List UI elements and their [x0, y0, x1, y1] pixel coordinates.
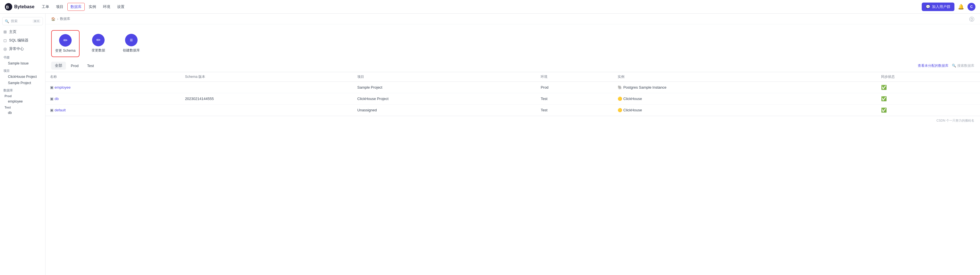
col-instance: 实例: [613, 72, 877, 82]
databases-section: 数据库: [0, 86, 45, 93]
sidebar-item-home[interactable]: ⊞ 主页: [0, 27, 45, 36]
actions-row: ✏ 变更 Schema ✏ 变更数据 ≡ 创建数据库: [46, 24, 980, 59]
filter-tab-all[interactable]: 全部: [51, 62, 66, 70]
logo[interactable]: B Bytebase: [5, 3, 34, 11]
join-icon: 💬: [926, 5, 930, 9]
filter-tab-prod[interactable]: Prod: [67, 62, 82, 69]
nav-item-project[interactable]: 项目: [53, 3, 66, 11]
table-row[interactable]: ▣employeeSample ProjectProd🐘Postgres Sam…: [46, 82, 980, 93]
instance-icon: 🟡: [617, 97, 622, 101]
sidebar-item-anomaly[interactable]: ◎ 异常中心: [0, 45, 45, 53]
cell-project: ClickHouse Project: [353, 93, 536, 105]
nav-item-settings[interactable]: 设置: [114, 3, 127, 11]
action-change-data[interactable]: ✏ 变更数据: [84, 30, 113, 57]
cell-sync-status: ✅: [877, 105, 980, 116]
change-data-icon: ✏: [92, 34, 105, 46]
action-create-db[interactable]: ≡ 创建数据库: [117, 30, 146, 57]
db-row-icon: ▣: [50, 85, 53, 89]
join-label: 加入用户群: [932, 4, 950, 10]
sidebar-item-db[interactable]: db: [0, 110, 45, 116]
sidebar-sql-label: SQL 编辑器: [9, 38, 29, 43]
search-icon: 🔍: [5, 19, 9, 23]
unassigned-link[interactable]: 查看未分配的数据库: [918, 64, 948, 68]
breadcrumb-current: 数据库: [60, 16, 70, 21]
filter-row: 全部 Prod Test 查看未分配的数据库 🔍 搜索数据库: [46, 59, 980, 72]
sidebar-item-sample-issue[interactable]: Sample Issue: [0, 60, 45, 67]
nav-item-database[interactable]: 数据库: [67, 3, 85, 11]
cell-schema-version: [180, 82, 353, 93]
cell-env: Test: [536, 105, 613, 116]
search-database-box[interactable]: 🔍 搜索数据库: [952, 64, 974, 68]
nav-item-workorder[interactable]: 工单: [39, 3, 52, 11]
avatar[interactable]: C: [967, 3, 975, 11]
alter-schema-icon: ✏: [59, 34, 72, 46]
search-db-icon: 🔍: [952, 64, 956, 68]
db-name[interactable]: default: [54, 108, 66, 112]
instance-name: Postgres Sample Instance: [623, 85, 667, 89]
table-row[interactable]: ▣db20230214144555ClickHouse ProjectTest🟡…: [46, 93, 980, 105]
footer: CSDN 个一只努力的搬砖名: [46, 116, 980, 125]
bookmarks-section: 书签: [0, 53, 45, 60]
nav-item-instance[interactable]: 实例: [86, 3, 99, 11]
help-icon[interactable]: ⓪: [969, 16, 974, 23]
sidebar-env-prod: Prod: [0, 93, 45, 98]
cell-schema-version: [180, 105, 353, 116]
sidebar-item-sql-editor[interactable]: ◻ SQL 编辑器: [0, 36, 45, 45]
breadcrumb: 🏠 › 数据库: [46, 14, 980, 24]
main-content: 🏠 › 数据库 ⓪ ✏ 变更 Schema ✏ 变更数据 ≡ 创建数据库 全部 …: [46, 14, 980, 275]
alter-schema-label: 变更 Schema: [55, 48, 75, 53]
footer-text: CSDN 个一只努力的搬砖名: [937, 119, 974, 122]
instance-icon: 🟡: [617, 108, 622, 112]
table-row[interactable]: ▣defaultUnassignedTest🟡ClickHouse✅: [46, 105, 980, 116]
db-row-icon: ▣: [50, 97, 53, 101]
instance-name: ClickHouse: [623, 108, 642, 112]
instance-name: ClickHouse: [623, 97, 642, 101]
projects-section: 项目: [0, 67, 45, 73]
sync-status-icon: ✅: [881, 108, 887, 113]
filter-tab-test[interactable]: Test: [83, 62, 97, 69]
db-name[interactable]: employee: [54, 85, 70, 89]
cell-name: ▣default: [46, 105, 180, 116]
topnav: B Bytebase 工单 项目 数据库 实例 环境 设置 💬 加入用户群 🔔 …: [0, 0, 980, 14]
cell-project: Unassigned: [353, 105, 536, 116]
sql-icon: ◻: [3, 38, 7, 43]
sidebar-env-test: Test: [0, 105, 45, 110]
cell-name: ▣db: [46, 93, 180, 105]
create-db-icon: ≡: [125, 34, 138, 46]
cell-env: Test: [536, 93, 613, 105]
notification-button[interactable]: 🔔: [958, 4, 964, 10]
change-data-label: 变更数据: [92, 48, 105, 53]
nav-item-env[interactable]: 环境: [100, 3, 113, 11]
col-name: 名称: [46, 72, 180, 82]
sidebar-anomaly-label: 异常中心: [9, 46, 24, 51]
sync-status-icon: ✅: [881, 96, 887, 101]
sidebar-home-label: 主页: [9, 29, 16, 34]
cell-instance: 🟡ClickHouse: [613, 105, 877, 116]
search-label: 搜索: [11, 19, 18, 24]
cell-project: Sample Project: [353, 82, 536, 93]
search-db-label: 搜索数据库: [957, 64, 974, 68]
search-shortcut: ⌘ K: [33, 19, 40, 23]
logo-icon: B: [5, 3, 13, 11]
anomaly-icon: ◎: [3, 46, 7, 51]
col-env: 环境: [536, 72, 613, 82]
sidebar: 🔍 搜索 ⌘ K ⊞ 主页 ◻ SQL 编辑器 ◎ 异常中心 书签 Sample…: [0, 14, 46, 275]
sidebar-item-sample-project[interactable]: Sample Project: [0, 80, 45, 86]
svg-text:B: B: [6, 5, 9, 10]
db-name[interactable]: db: [54, 97, 59, 101]
cell-instance: 🐘Postgres Sample Instance: [613, 82, 877, 93]
sidebar-item-clickhouse-project[interactable]: ClickHouse Project: [0, 73, 45, 80]
action-alter-schema[interactable]: ✏ 变更 Schema: [51, 30, 80, 57]
home-breadcrumb-icon[interactable]: 🏠: [51, 17, 56, 21]
instance-icon: 🐘: [617, 85, 622, 89]
sidebar-item-employee[interactable]: employee: [0, 98, 45, 105]
col-project: 项目: [353, 72, 536, 82]
topnav-right: 💬 加入用户群 🔔 C: [922, 3, 975, 11]
cell-env: Prod: [536, 82, 613, 93]
cell-sync-status: ✅: [877, 93, 980, 105]
join-community-button[interactable]: 💬 加入用户群: [922, 3, 955, 11]
database-table: 名称 Schema 版本 项目 环境 实例 同步状态 ▣employeeSamp…: [46, 72, 980, 116]
app-name: Bytebase: [14, 4, 34, 10]
search-box[interactable]: 🔍 搜索 ⌘ K: [2, 17, 43, 25]
cell-schema-version: 20230214144555: [180, 93, 353, 105]
